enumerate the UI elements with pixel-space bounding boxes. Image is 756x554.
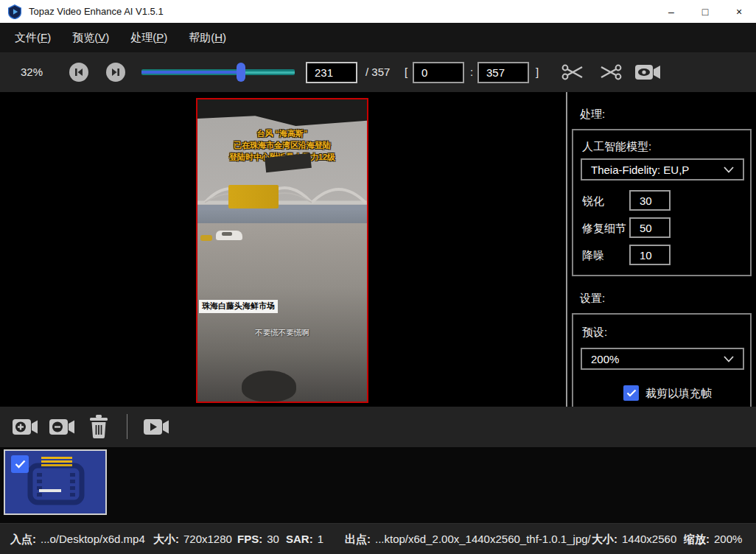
frame-slider[interactable]	[141, 52, 295, 92]
processing-section-title: 处理:	[580, 108, 605, 122]
current-frame-input[interactable]	[306, 62, 357, 83]
status-input-size: 大小:720x1280	[153, 524, 232, 554]
preset-value: 200%	[591, 353, 724, 365]
video-yellow-sign	[228, 185, 279, 208]
remove-video-icon[interactable]	[49, 417, 75, 437]
thumbnail-checkbox[interactable]	[11, 455, 29, 473]
settings-panel: 处理: 人工智能模型: Theia-Fidelity: EU,P 锐化 修复细节…	[567, 92, 756, 407]
skip-start-icon	[74, 67, 84, 77]
menu-file[interactable]: 文件(F)	[10, 28, 55, 48]
video-wall	[197, 210, 367, 223]
denoise-input[interactable]	[629, 245, 671, 265]
playback-toolbar: 32% / 357 [ : ]	[0, 52, 756, 92]
status-out-point: 出点:...ktop/x6d_2.00x_1440x2560_thf-1.0.1…	[345, 524, 591, 554]
video-dark-object	[242, 371, 296, 402]
menu-help[interactable]: 帮助(H)	[184, 28, 231, 48]
sharpen-input[interactable]	[629, 190, 671, 211]
video-thumbnail-card[interactable]	[4, 449, 107, 515]
ai-model-label: 人工智能模型:	[582, 140, 651, 154]
checkmark-icon	[626, 389, 637, 397]
status-output-size: 大小:1440x2560	[592, 524, 676, 554]
restore-detail-input[interactable]	[629, 217, 671, 238]
maximize-button[interactable]: □	[688, 0, 722, 23]
video-location-caption: 珠海白藤头海鲜市场	[199, 300, 278, 313]
range-start-input[interactable]	[413, 62, 464, 83]
trim-out-scissors-icon[interactable]	[598, 62, 622, 83]
video-submerged-car	[216, 231, 242, 240]
trim-in-scissors-icon[interactable]	[561, 62, 585, 83]
main-area: 台风 “海高斯” 已在珠海市金湾区沿海登陆 登陆时中心附近最大风力12级 珠海白…	[0, 92, 756, 407]
preset-label: 预设:	[582, 326, 607, 340]
minimize-button[interactable]: –	[654, 0, 688, 23]
ai-model-value: Theia-Fidelity: EU,P	[591, 164, 724, 176]
status-scale: 缩放:200%	[684, 524, 742, 554]
preview-zoom-label: 32%	[21, 52, 43, 92]
skip-to-start-button[interactable]	[69, 63, 88, 82]
toolbar-divider	[127, 414, 127, 439]
range-open-bracket: [	[405, 52, 407, 92]
thumbnail-image	[37, 451, 77, 513]
checkmark-icon	[15, 460, 26, 469]
menu-bar: 文件(F) 预览(V) 处理(P) 帮助(H)	[0, 23, 756, 52]
app-logo-icon	[7, 4, 22, 19]
status-fps: FPS:30	[237, 524, 279, 554]
preset-dropdown[interactable]: 200%	[581, 348, 744, 370]
process-video-icon[interactable]	[143, 417, 169, 437]
preview-camera-eye-icon[interactable]	[634, 62, 662, 83]
close-button[interactable]: ×	[722, 0, 756, 23]
video-subtitle: 不要慌不要慌啊	[197, 328, 367, 338]
range-separator: :	[470, 52, 473, 92]
settings-section-title: 设置:	[580, 292, 605, 306]
skip-to-end-button[interactable]	[106, 63, 125, 82]
denoise-label: 降噪	[582, 249, 604, 263]
crop-to-fill-checkbox[interactable]	[623, 385, 639, 401]
status-sar: SAR:1	[286, 524, 323, 554]
delete-trash-icon[interactable]	[88, 415, 109, 438]
crop-to-fill-label: 裁剪以填充帧	[645, 387, 712, 401]
menu-process[interactable]: 处理(P)	[126, 28, 172, 48]
ai-model-group: 人工智能模型: Theia-Fidelity: EU,P 锐化 修复细节 降噪	[572, 129, 752, 276]
slider-progress	[141, 71, 241, 74]
video-list-toolbar	[0, 407, 756, 447]
status-in-point: 入点:...o/Desktop/x6d.mp4	[10, 524, 145, 554]
status-bar: 入点:...o/Desktop/x6d.mp4 大小:720x1280 FPS:…	[0, 523, 756, 554]
preset-group: 预设: 200% 裁剪以填充帧	[572, 313, 752, 407]
sharpen-label: 锐化	[582, 194, 604, 208]
range-end-input[interactable]	[477, 62, 529, 83]
titlebar: Topaz Video Enhance AI V1.5.1 – □ ×	[0, 0, 756, 23]
menu-preview[interactable]: 预览(V)	[68, 28, 113, 48]
app-window: Topaz Video Enhance AI V1.5.1 – □ × 文件(F…	[0, 0, 756, 554]
add-video-icon[interactable]	[12, 417, 38, 437]
chevron-down-icon	[724, 166, 734, 173]
video-debris	[200, 235, 212, 241]
skip-end-icon	[111, 67, 121, 77]
restore-detail-label: 修复细节	[582, 222, 626, 236]
chevron-down-icon	[724, 356, 734, 362]
thumbnail-strip	[0, 447, 756, 523]
window-title: Topaz Video Enhance AI V1.5.1	[29, 6, 164, 17]
video-bridge	[197, 170, 367, 216]
slider-handle[interactable]	[237, 63, 245, 82]
range-close-bracket: ]	[536, 52, 539, 92]
video-preview-frame[interactable]: 台风 “海高斯” 已在珠海市金湾区沿海登陆 登陆时中心附近最大风力12级 珠海白…	[196, 98, 368, 403]
ai-model-dropdown[interactable]: Theia-Fidelity: EU,P	[581, 158, 744, 180]
total-frames-label: / 357	[365, 52, 390, 92]
